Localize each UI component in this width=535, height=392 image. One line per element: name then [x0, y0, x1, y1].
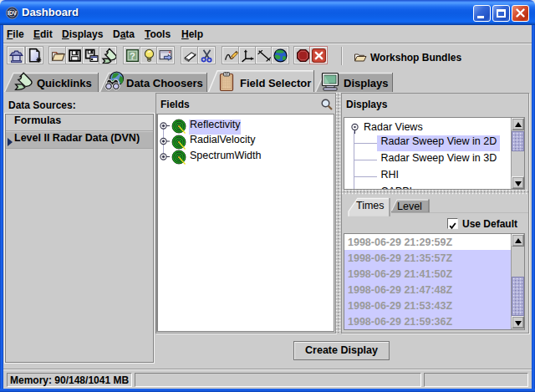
svg-text:IDV: IDV	[8, 10, 18, 16]
svg-text:?: ?	[130, 51, 135, 61]
